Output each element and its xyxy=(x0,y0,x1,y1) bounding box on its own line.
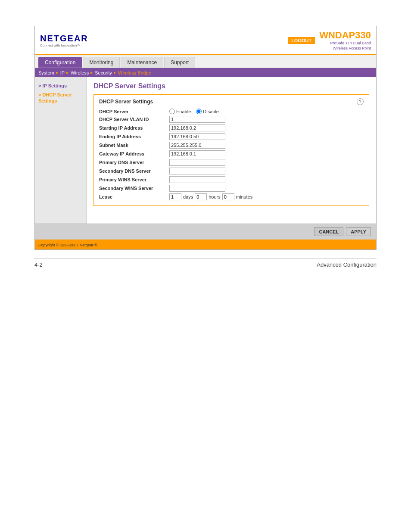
subnet-mask-label: Subnet Mask xyxy=(99,143,166,148)
dhcp-server-label: DHCP Server xyxy=(99,109,166,114)
help-icon[interactable]: ? xyxy=(357,98,364,105)
dhcp-vlan-label: DHCP Server VLAN ID xyxy=(99,117,166,122)
lease-label: Lease xyxy=(99,194,166,199)
page-footer-right: Advanced Configuration xyxy=(317,261,377,268)
lease-row: Lease days hours minutes xyxy=(99,193,364,200)
gateway-ip-row: Gateway IP Address xyxy=(99,150,364,157)
sub-nav: System ▸ IP ▸ Wireless ▸ Security ▸ Wire… xyxy=(35,68,376,77)
lease-hours-input[interactable] xyxy=(195,193,207,200)
lease-days-label: days xyxy=(183,194,193,199)
secondary-dns-row: Secondary DNS Server xyxy=(99,168,364,174)
router-frame: NETGEAR Connect with Innovation™ LOGOUT … xyxy=(34,26,377,250)
lease-controls: days hours minutes xyxy=(169,193,252,200)
sidebar-item-dhcp-server-settings[interactable]: DHCP Server Settings xyxy=(37,90,84,106)
subnav-security[interactable]: Security xyxy=(95,70,112,75)
dhcp-server-radio-group: Enable Disable xyxy=(169,109,219,114)
section-header: DHCP Server Settings ? xyxy=(99,98,364,105)
starting-ip-input[interactable] xyxy=(169,124,225,131)
logout-button[interactable]: LOGOUT xyxy=(288,37,315,44)
gateway-ip-input[interactable] xyxy=(169,150,225,157)
model-desc-line2: Wireless Access Point xyxy=(319,46,371,51)
gateway-ip-label: Gateway IP Address xyxy=(99,151,166,156)
lease-minutes-label: minutes xyxy=(236,194,253,199)
secondary-wins-input[interactable] xyxy=(169,185,225,192)
ending-ip-input[interactable] xyxy=(169,133,225,140)
settings-section: DHCP Server Settings ? DHCP Server Enabl… xyxy=(93,94,369,206)
page-title: DHCP Server Settings xyxy=(93,82,369,90)
dhcp-vlan-row: DHCP Server VLAN ID xyxy=(99,116,364,123)
lease-minutes-input[interactable] xyxy=(222,193,234,200)
page-footer-left: 4-2 xyxy=(34,261,43,268)
lease-days-input[interactable] xyxy=(169,193,181,200)
primary-wins-label: Primary WINS Server xyxy=(99,177,166,182)
brand-name: NETGEAR xyxy=(40,34,88,44)
primary-dns-row: Primary DNS Server xyxy=(99,159,364,166)
subnet-mask-row: Subnet Mask xyxy=(99,142,364,149)
model-info: WNDAP330 ProSafe 11n Dual Band Wireless … xyxy=(319,30,371,51)
starting-ip-row: Starting IP Address xyxy=(99,124,364,131)
dhcp-disable-label: Disable xyxy=(203,109,219,114)
nav-tabs: Configuration Monitoring Maintenance Sup… xyxy=(35,55,376,68)
dhcp-server-row: DHCP Server Enable Disable xyxy=(99,109,364,114)
content-panel: DHCP Server Settings DHCP Server Setting… xyxy=(87,77,376,224)
primary-dns-label: Primary DNS Server xyxy=(99,160,166,165)
subnav-wireless-bridge[interactable]: Wireless Bridge xyxy=(118,70,151,75)
page-wrapper: NETGEAR Connect with Innovation™ LOGOUT … xyxy=(0,0,411,532)
primary-wins-input[interactable] xyxy=(169,176,225,183)
main-content: IP Settings DHCP Server Settings DHCP Se… xyxy=(35,77,376,224)
page-footer: 4-2 Advanced Configuration xyxy=(34,258,377,268)
tab-support[interactable]: Support xyxy=(164,57,195,68)
brand-tagline: Connect with Innovation™ xyxy=(40,44,88,47)
subnav-sep-3: ▸ xyxy=(90,70,93,75)
subnav-sep-1: ▸ xyxy=(56,70,59,75)
model-name: WNDAP330 xyxy=(319,30,371,41)
secondary-wins-label: Secondary WINS Server xyxy=(99,186,166,191)
netgear-logo: NETGEAR Connect with Innovation™ xyxy=(40,34,88,47)
subnav-sep-2: ▸ xyxy=(66,70,69,75)
subnet-mask-input[interactable] xyxy=(169,142,225,149)
lease-hours-label: hours xyxy=(209,194,221,199)
copyright-text: Copyright © 1996-2007 Netgear ® xyxy=(38,243,97,247)
ending-ip-row: Ending IP Address xyxy=(99,133,364,140)
secondary-wins-row: Secondary WINS Server xyxy=(99,185,364,192)
ending-ip-label: Ending IP Address xyxy=(99,134,166,139)
dhcp-disable-radio[interactable] xyxy=(196,109,202,114)
starting-ip-label: Starting IP Address xyxy=(99,125,166,131)
subnav-wireless[interactable]: Wireless xyxy=(71,70,89,75)
tab-configuration[interactable]: Configuration xyxy=(38,57,82,68)
secondary-dns-label: Secondary DNS Server xyxy=(99,168,166,174)
tab-maintenance[interactable]: Maintenance xyxy=(121,57,163,68)
dhcp-disable-option[interactable]: Disable xyxy=(196,109,219,114)
model-desc-line1: ProSafe 11n Dual Band xyxy=(319,41,371,46)
subnav-system[interactable]: System xyxy=(38,70,54,75)
bottom-bar: CANCEL APPLY xyxy=(35,224,376,240)
subnav-ip[interactable]: IP xyxy=(60,70,65,75)
dhcp-enable-label: Enable xyxy=(176,109,191,114)
dhcp-vlan-input[interactable] xyxy=(169,116,225,123)
dhcp-enable-radio[interactable] xyxy=(169,109,175,114)
section-title: DHCP Server Settings xyxy=(99,99,153,105)
primary-dns-input[interactable] xyxy=(169,159,225,166)
sidebar-item-ip-settings[interactable]: IP Settings xyxy=(37,81,84,90)
primary-wins-row: Primary WINS Server xyxy=(99,176,364,183)
apply-button[interactable]: APPLY xyxy=(346,227,371,236)
router-footer: Copyright © 1996-2007 Netgear ® xyxy=(35,240,376,249)
secondary-dns-input[interactable] xyxy=(169,168,225,174)
cancel-button[interactable]: CANCEL xyxy=(314,227,343,236)
tab-monitoring[interactable]: Monitoring xyxy=(83,57,120,68)
dhcp-enable-option[interactable]: Enable xyxy=(169,109,191,114)
router-header: NETGEAR Connect with Innovation™ LOGOUT … xyxy=(35,26,376,55)
sidebar: IP Settings DHCP Server Settings xyxy=(35,77,87,224)
subnav-sep-4: ▸ xyxy=(114,70,116,75)
